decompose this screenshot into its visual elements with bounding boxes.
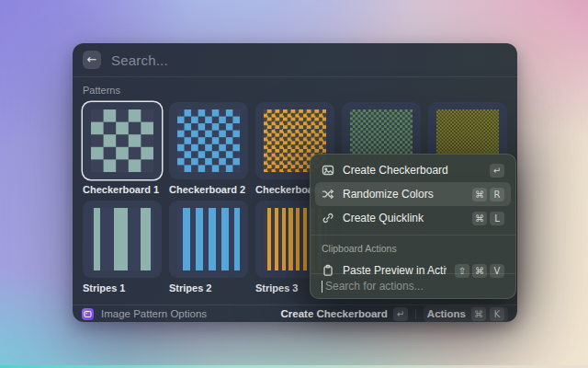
search-bar: ← Search... (73, 43, 517, 77)
primary-action-label: Create Checkerboard (281, 308, 388, 319)
menu-item-label: Randomize Colors (343, 188, 434, 201)
tile-stripes-2[interactable]: Stripes 2 (169, 201, 248, 297)
tile-label: Stripes 2 (169, 282, 248, 297)
back-button[interactable]: ← (83, 51, 101, 69)
shuffle-icon (322, 188, 334, 201)
tile-label: Checkerboard 1 (83, 184, 162, 199)
tile-card[interactable] (83, 201, 162, 278)
tile-card[interactable] (169, 102, 248, 179)
search-input[interactable]: Search... (111, 52, 168, 68)
tile-stripes-1[interactable]: Stripes 1 (83, 201, 162, 297)
return-key-badge: ↵ (490, 164, 504, 178)
return-key-badge: ↵ (393, 307, 408, 321)
actions-search-input[interactable]: Search for actions... (311, 273, 515, 298)
desktop-background: ← Search... Patterns Checkerboard 1 Chec… (0, 0, 588, 368)
actions-menu: Create Checkerboard ↵ Randomize Colors ⌘… (310, 154, 516, 299)
actions-button[interactable]: Actions ⌘ K (424, 305, 508, 323)
menu-item-keys: ⌘ R (472, 188, 504, 201)
menu-separator (311, 235, 515, 236)
menu-item-keys: ↵ (490, 164, 504, 178)
menu-item-label: Create Checkerboard (343, 164, 448, 177)
checkerboard-pattern-preview (91, 109, 153, 172)
cmd-key-badge: ⌘ (471, 307, 486, 321)
menu-item-create-quicklink[interactable]: Create Quicklink ⌘ L (315, 206, 511, 230)
tile-checkerboard-1[interactable]: Checkerboard 1 (83, 102, 162, 199)
menu-item-randomize-colors[interactable]: Randomize Colors ⌘ R (315, 182, 511, 206)
primary-action-button[interactable]: Create Checkerboard ↵ (281, 307, 408, 321)
back-arrow-icon: ← (87, 51, 97, 69)
r-key-badge: R (490, 188, 504, 201)
app-title: Image Pattern Options (101, 308, 207, 319)
patterns-section-label: Patterns (83, 85, 507, 96)
tile-label: Checkerboard 2 (169, 184, 248, 199)
tile-card[interactable] (83, 102, 162, 179)
link-icon (322, 212, 334, 224)
stripes-pattern-preview (91, 208, 153, 270)
menu-item-keys: ⌘ L (472, 212, 504, 225)
checkerboard-pattern-preview (177, 109, 240, 172)
text-caret (322, 281, 322, 293)
actions-label: Actions (427, 308, 466, 319)
cmd-key-badge: ⌘ (472, 212, 487, 225)
cmd-key-badge: ⌘ (472, 188, 487, 201)
status-divider (415, 309, 416, 319)
stripes-pattern-preview (177, 208, 240, 270)
actions-search-placeholder: Search for actions... (325, 280, 424, 293)
status-right: Create Checkerboard ↵ Actions ⌘ K (281, 305, 509, 323)
tile-checkerboard-2[interactable]: Checkerboard 2 (169, 102, 248, 199)
menu-item-create-checkerboard[interactable]: Create Checkerboard ↵ (315, 158, 511, 182)
l-key-badge: L (490, 212, 504, 225)
status-bar: Image Pattern Options Create Checkerboar… (73, 305, 517, 322)
tile-label: Stripes 1 (83, 282, 162, 297)
app-icon (82, 308, 94, 320)
clipboard-actions-section-label: Clipboard Actions (311, 240, 515, 259)
image-icon (322, 164, 334, 177)
menu-item-label: Create Quicklink (343, 212, 424, 224)
tile-card[interactable] (169, 201, 248, 278)
k-key-badge: K (490, 307, 504, 321)
